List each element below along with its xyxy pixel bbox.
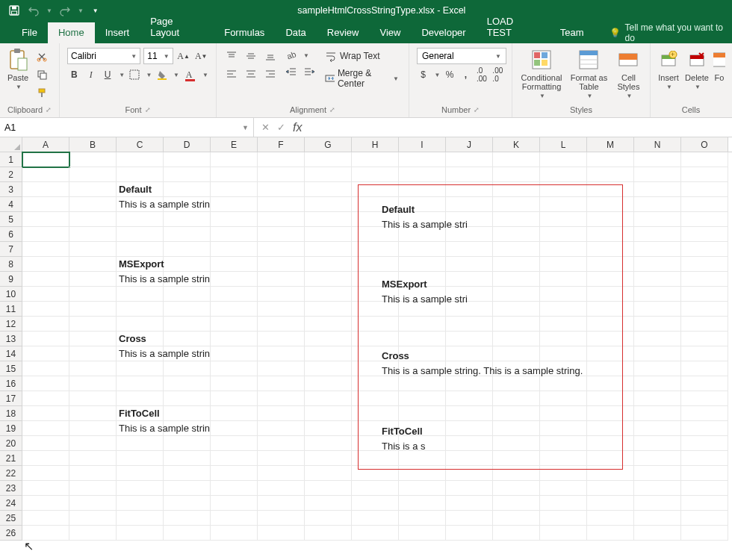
cell[interactable] [681, 332, 728, 346]
cell[interactable] [164, 451, 211, 466]
cell[interactable] [681, 466, 728, 481]
undo-icon[interactable] [27, 4, 40, 17]
cell[interactable] [164, 466, 211, 481]
cell[interactable] [69, 272, 117, 287]
cell[interactable] [634, 227, 681, 242]
cell[interactable] [587, 496, 634, 511]
cell[interactable] [117, 317, 164, 332]
increase-decimal-icon[interactable]: .0.00 [475, 67, 488, 82]
cell[interactable] [305, 197, 352, 212]
row-header[interactable]: 26 [0, 526, 22, 541]
cell[interactable] [305, 391, 352, 406]
cell[interactable] [211, 451, 258, 466]
cell[interactable] [352, 481, 399, 496]
cell[interactable] [211, 436, 258, 451]
cell[interactable] [117, 227, 164, 242]
decrease-font-icon[interactable]: A▼ [193, 49, 208, 63]
cell[interactable] [681, 197, 728, 212]
chevron-down-icon[interactable]: ▼ [146, 72, 152, 78]
cell[interactable] [681, 302, 728, 317]
cell[interactable] [258, 302, 305, 317]
cell[interactable] [258, 272, 305, 287]
percent-format-icon[interactable]: % [443, 67, 456, 82]
cell[interactable] [258, 287, 305, 302]
redo-dropdown-icon[interactable]: ▼ [78, 7, 84, 14]
cell[interactable] [164, 436, 211, 451]
cell[interactable] [69, 346, 117, 361]
row-header[interactable]: 1 [0, 152, 22, 167]
cell[interactable] [22, 421, 69, 436]
cell[interactable] [258, 317, 305, 332]
cell[interactable] [69, 317, 117, 332]
cell[interactable] [399, 182, 446, 197]
cell[interactable] [493, 436, 540, 451]
cell[interactable] [493, 287, 540, 302]
row-header[interactable]: 22 [0, 466, 22, 481]
column-header[interactable]: M [587, 137, 634, 152]
cell[interactable] [587, 257, 634, 272]
cell[interactable] [493, 421, 540, 436]
cell[interactable]: FitToCell [117, 406, 164, 421]
cell[interactable] [446, 317, 493, 332]
cell[interactable] [22, 511, 69, 526]
cell[interactable] [399, 451, 446, 466]
cell[interactable] [587, 376, 634, 391]
cell[interactable] [305, 451, 352, 466]
insert-cells-button[interactable]: +Insert▼ [657, 48, 680, 90]
cell[interactable] [211, 511, 258, 526]
cell[interactable] [634, 242, 681, 257]
enter-formula-icon[interactable]: ✓ [277, 122, 285, 133]
borders-icon[interactable] [128, 67, 141, 82]
row-header[interactable]: 4 [0, 197, 22, 212]
cell[interactable] [352, 496, 399, 511]
cell[interactable] [587, 406, 634, 421]
cell[interactable] [22, 406, 69, 421]
decrease-indent-icon[interactable] [284, 64, 299, 79]
cell[interactable] [305, 436, 352, 451]
cell[interactable] [681, 182, 728, 197]
cell[interactable] [305, 227, 352, 242]
cell-styles-button[interactable]: Cell Styles▼ [613, 48, 644, 99]
cell[interactable] [117, 466, 164, 481]
cell[interactable] [540, 197, 587, 212]
cell[interactable] [69, 511, 117, 526]
cell[interactable] [258, 421, 305, 436]
cell[interactable] [634, 481, 681, 496]
format-as-table-button[interactable]: Format as Table▼ [569, 48, 609, 99]
cell[interactable] [587, 361, 634, 376]
cell[interactable] [164, 511, 211, 526]
cell[interactable] [634, 496, 681, 511]
cell[interactable] [493, 182, 540, 197]
cell[interactable] [446, 481, 493, 496]
cell[interactable] [493, 302, 540, 317]
cell[interactable] [587, 227, 634, 242]
cell[interactable] [305, 466, 352, 481]
cell[interactable] [681, 242, 728, 257]
cell[interactable] [117, 302, 164, 317]
cell[interactable] [681, 227, 728, 242]
accounting-format-icon[interactable]: $ [417, 67, 429, 82]
cell[interactable] [493, 376, 540, 391]
cell[interactable] [493, 391, 540, 406]
cell[interactable] [399, 376, 446, 391]
cell[interactable]: Cross [117, 332, 164, 346]
cell[interactable] [305, 317, 352, 332]
cell[interactable] [352, 466, 399, 481]
cell[interactable] [258, 451, 305, 466]
cell[interactable] [634, 212, 681, 227]
cell[interactable]: Default [117, 182, 164, 197]
cell[interactable] [22, 466, 69, 481]
row-header[interactable]: 9 [0, 272, 22, 287]
cell[interactable] [117, 391, 164, 406]
cell[interactable] [305, 287, 352, 302]
cell[interactable] [493, 526, 540, 541]
formula-input[interactable] [309, 118, 732, 137]
number-format-selector[interactable]: General▼ [417, 48, 506, 64]
cell[interactable] [540, 242, 587, 257]
cell[interactable] [540, 376, 587, 391]
cell[interactable] [164, 332, 211, 346]
cell[interactable] [446, 197, 493, 212]
cell[interactable] [587, 212, 634, 227]
delete-cells-button[interactable]: Delete▼ [685, 48, 709, 90]
cell[interactable] [540, 167, 587, 182]
